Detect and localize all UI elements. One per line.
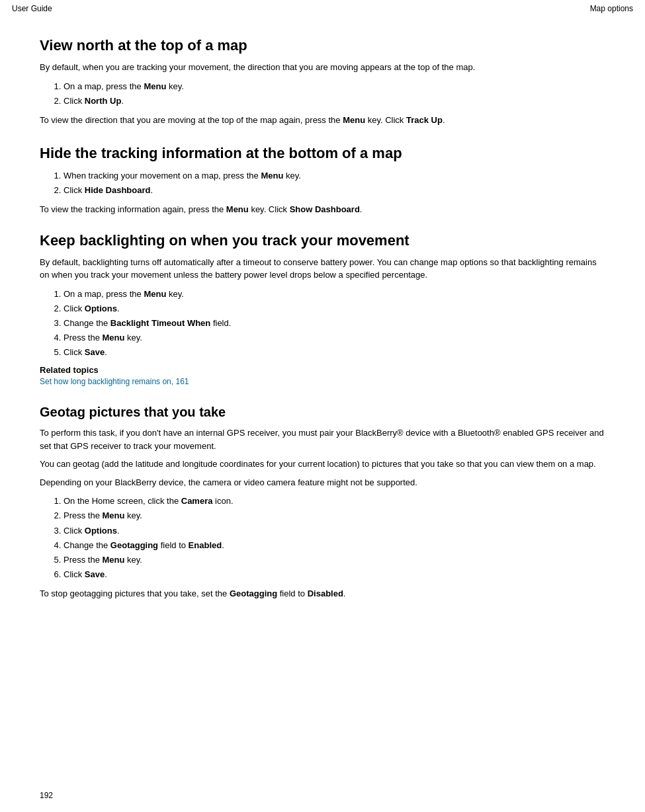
geotag-outro-bold1: Geotagging — [230, 589, 277, 598]
backlighting-step-2-bold: Options — [85, 304, 117, 313]
geotag-step-6: Click Save. — [64, 567, 605, 582]
geotag-step-1: On the Home screen, click the Camera ico… — [64, 494, 605, 508]
section-title-view-north: View north at the top of a map — [40, 37, 605, 54]
backlighting-step-2: Click Options. — [64, 302, 605, 316]
related-topics-label: Related topics — [40, 365, 605, 375]
geotag-step-6-bold: Save — [85, 569, 105, 579]
section-title-hide-tracking: Hide the tracking information at the bot… — [40, 145, 605, 162]
view-north-outro-menu: Menu — [343, 115, 365, 125]
hide-tracking-outro-show: Show Dashboard — [290, 204, 360, 214]
section-title-geotag: Geotag pictures that you take — [40, 405, 605, 420]
backlighting-step-4: Press the Menu key. — [64, 331, 605, 345]
page-footer: 192 — [40, 791, 53, 800]
geotag-step-2: Press the Menu key. — [64, 508, 605, 523]
view-north-step-2-bold: North Up — [85, 96, 122, 106]
backlighting-step-3: Change the Backlight Timeout When field. — [64, 316, 605, 331]
section-geotag: Geotag pictures that you take To perform… — [40, 405, 605, 600]
geotag-step-5-bold: Menu — [103, 555, 125, 565]
backlighting-step-1-bold: Menu — [144, 289, 166, 299]
page-content: View north at the top of a map By defaul… — [0, 17, 645, 645]
section-view-north: View north at the top of a map By defaul… — [40, 37, 605, 126]
geotag-step-5: Press the Menu key. — [64, 553, 605, 567]
section-hide-tracking: Hide the tracking information at the bot… — [40, 145, 605, 216]
section-title-backlighting: Keep backlighting on when you track your… — [40, 232, 605, 249]
geotag-step-4-bold2: Enabled — [189, 540, 222, 550]
view-north-outro: To view the direction that you are movin… — [40, 114, 605, 127]
hide-tracking-step-1-bold: Menu — [261, 171, 283, 181]
view-north-intro: By default, when you are tracking your m… — [40, 61, 605, 74]
backlighting-step-5: Click Save. — [64, 345, 605, 360]
geotag-steps: On the Home screen, click the Camera ico… — [64, 494, 605, 582]
geotag-step-3-bold: Options — [85, 526, 117, 536]
related-topics-link[interactable]: Set how long backlighting remains on, 16… — [40, 377, 189, 386]
hide-tracking-step-2-bold: Hide Dashboard — [85, 185, 151, 195]
geotag-intro-3: Depending on your BlackBerry device, the… — [40, 476, 605, 489]
geotag-intro-2: You can geotag (add the latitude and lon… — [40, 458, 605, 471]
view-north-step-2: Click North Up. — [64, 94, 605, 108]
backlighting-step-3-bold: Backlight Timeout When — [110, 318, 210, 328]
geotag-step-4: Change the Geotagging field to Enabled. — [64, 538, 605, 553]
backlighting-intro: By default, backlighting turns off autom… — [40, 256, 605, 282]
section-backlighting: Keep backlighting on when you track your… — [40, 232, 605, 386]
hide-tracking-outro-menu: Menu — [226, 204, 249, 214]
view-north-outro-trackup: Track Up — [406, 115, 443, 125]
geotag-step-4-bold1: Geotagging — [110, 540, 158, 550]
backlighting-step-4-bold: Menu — [103, 333, 125, 343]
geotag-intro-1: To perform this task, if you don't have … — [40, 426, 605, 452]
backlighting-step-1: On a map, press the Menu key. — [64, 287, 605, 302]
geotag-outro: To stop geotagging pictures that you tak… — [40, 587, 605, 600]
hide-tracking-steps: When tracking your movement on a map, pr… — [64, 169, 605, 198]
backlighting-step-5-bold: Save — [85, 347, 105, 357]
geotag-step-1-bold: Camera — [181, 496, 213, 506]
page-number: 192 — [40, 791, 53, 800]
hide-tracking-outro: To view the tracking information again, … — [40, 203, 605, 216]
backlighting-steps: On a map, press the Menu key. Click Opti… — [64, 287, 605, 360]
view-north-step-1: On a map, press the Menu key. — [64, 79, 605, 94]
hide-tracking-step-1: When tracking your movement on a map, pr… — [64, 169, 605, 183]
geotag-step-2-bold: Menu — [103, 510, 125, 520]
page-header: User Guide Map options — [0, 0, 645, 17]
geotag-step-3: Click Options. — [64, 524, 605, 538]
hide-tracking-step-2: Click Hide Dashboard. — [64, 183, 605, 198]
header-right: Map options — [590, 4, 633, 13]
geotag-outro-bold2: Disabled — [308, 589, 343, 598]
view-north-steps: On a map, press the Menu key. Click Nort… — [64, 79, 605, 108]
view-north-step-1-bold: Menu — [144, 81, 166, 91]
header-left: User Guide — [12, 4, 52, 13]
